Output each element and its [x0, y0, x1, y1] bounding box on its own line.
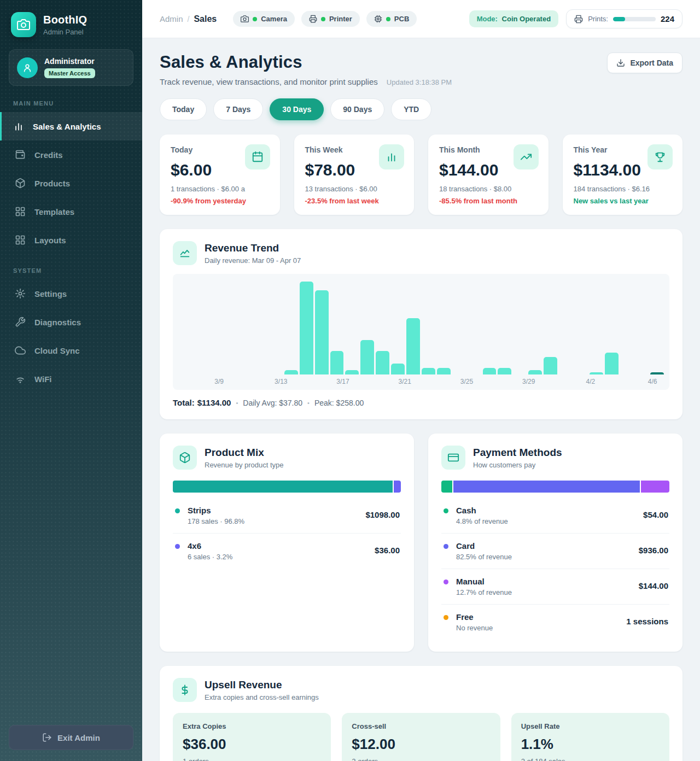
calendar-icon	[245, 144, 270, 169]
status-chip-camera: Camera	[233, 11, 295, 27]
legend-dot	[444, 579, 448, 584]
breadcrumb-separator: /	[188, 15, 190, 24]
x-tick-label: 3/17	[336, 378, 349, 385]
camera-logo-icon	[11, 12, 36, 37]
payment-methods-bar	[441, 481, 669, 493]
logout-icon	[42, 733, 52, 742]
wifi-icon	[15, 373, 26, 384]
app-logo: BoothIQ Admin Panel	[0, 0, 142, 47]
segment-4x6	[394, 481, 401, 493]
stat-card-today: Today $6.00 1 transactions · $6.00 a -90…	[160, 134, 280, 215]
revenue-bar	[498, 368, 511, 374]
product-row-strips: Strips 178 sales · 96.8% $1098.00	[173, 498, 401, 533]
wallet-icon	[15, 149, 26, 160]
upsell-tile-extra-copies: Extra Copies $36.00 1 orders	[173, 713, 331, 761]
breadcrumb-admin[interactable]: Admin	[160, 14, 183, 24]
main-menu-label: MAIN MENU	[0, 91, 142, 112]
status-chip-pcb: PCB	[366, 11, 417, 27]
stat-cards: Today $6.00 1 transactions · $6.00 a -90…	[160, 134, 682, 215]
grid-icon	[15, 235, 26, 245]
status-chip-printer: Printer	[301, 11, 360, 27]
breadcrumb-sales: Sales	[194, 14, 217, 24]
revenue-bar	[391, 364, 405, 374]
page-title: Sales & Analytics	[160, 52, 452, 72]
revenue-bar	[483, 368, 497, 374]
revenue-bar	[437, 368, 451, 374]
product-row-4x6: 4x6 6 sales · 3.2% $36.00	[173, 533, 401, 569]
sidebar-item-cloud-sync[interactable]: Cloud Sync	[0, 336, 142, 365]
x-tick-label: 3/29	[522, 378, 535, 385]
export-data-button[interactable]: Export Data	[607, 52, 682, 73]
admin-user-card: Administrator Master Access	[9, 49, 133, 86]
sidebar-item-wifi[interactable]: WiFi	[0, 365, 142, 393]
legend-dot	[175, 544, 180, 549]
sidebar-item-diagnostics[interactable]: Diagnostics	[0, 308, 142, 336]
sidebar-spacer	[0, 393, 142, 725]
payment-row-manual: Manual 12.7% of revenue $144.00	[441, 569, 669, 604]
grid-icon	[15, 206, 26, 217]
stat-card-this-year: This Year $1134.00 184 transactions · $6…	[563, 134, 683, 215]
app-tagline: Admin Panel	[43, 28, 87, 36]
gear-icon	[15, 288, 26, 299]
sidebar-item-settings[interactable]: Settings	[0, 279, 142, 308]
revenue-bar	[528, 370, 542, 374]
revenue-bar	[315, 290, 329, 374]
credit-card-icon	[441, 446, 465, 470]
sidebar-item-layouts[interactable]: Layouts	[0, 226, 142, 254]
system-label: SYSTEM	[0, 254, 142, 279]
x-tick-label: 3/13	[275, 378, 287, 385]
revenue-bar	[422, 368, 435, 374]
payment-row-card: Card 82.5% of revenue $936.00	[441, 533, 669, 569]
exit-admin-button[interactable]: Exit Admin	[9, 725, 133, 750]
x-tick-label: 3/25	[460, 378, 473, 385]
product-mix-card: Product Mix Revenue by product type Stri…	[160, 434, 414, 652]
bar-chart-icon	[379, 144, 404, 169]
stat-delta: -90.9% from yesterday	[171, 197, 269, 205]
sidebar: BoothIQ Admin Panel Administrator Master…	[0, 0, 142, 761]
cloud-icon	[15, 345, 26, 356]
stat-card-this-week: This Week $78.00 13 transactions · $6.00…	[294, 134, 415, 215]
x-tick-label: 4/2	[586, 378, 596, 385]
dollar-icon	[173, 678, 197, 702]
prints-value: 224	[661, 14, 674, 24]
prints-progress-fill	[613, 17, 625, 21]
sidebar-item-credits[interactable]: Credits	[0, 141, 142, 169]
revenue-bar	[360, 340, 374, 374]
time-range-filter: Today 7 Days 30 Days 90 Days YTD	[160, 98, 682, 120]
chip-icon	[374, 15, 382, 23]
stat-delta: -23.5% from last week	[305, 197, 404, 205]
line-chart-icon	[173, 241, 197, 265]
mode-label: Mode:	[477, 15, 498, 23]
revenue-bar	[300, 282, 313, 374]
revenue-bar	[345, 370, 359, 374]
download-icon	[616, 58, 625, 67]
filter-30-days[interactable]: 30 Days	[270, 98, 324, 120]
sidebar-item-sales-analytics[interactable]: Sales & Analytics	[0, 112, 142, 141]
daily-avg: Daily Avg: $37.80	[243, 399, 302, 407]
filter-90-days[interactable]: 90 Days	[330, 98, 384, 120]
revenue-chart: 3/93/133/173/213/253/294/24/6	[173, 274, 669, 390]
app-name: BoothIQ	[43, 14, 87, 26]
box-icon	[15, 178, 26, 189]
page-subtitle: Track revenue, view transactions, and mo…	[160, 77, 378, 86]
prints-progress-track	[613, 17, 656, 21]
filter-today[interactable]: Today	[160, 98, 207, 120]
box-icon	[173, 446, 197, 470]
x-tick-label: 4/6	[648, 378, 657, 385]
filter-7-days[interactable]: 7 Days	[213, 98, 263, 120]
legend-dot	[444, 615, 448, 620]
prints-label: Prints:	[588, 15, 608, 23]
payment-methods-card: Payment Methods How customers pay Cash 4…	[428, 434, 682, 652]
sidebar-item-products[interactable]: Products	[0, 169, 142, 197]
revenue-bar	[544, 357, 557, 374]
upsell-revenue-card: Upsell Revenue Extra copies and cross-se…	[160, 666, 682, 761]
sidebar-item-templates[interactable]: Templates	[0, 197, 142, 226]
avatar	[17, 57, 38, 78]
legend-dot	[444, 544, 448, 549]
status-dot	[321, 17, 325, 21]
trophy-icon	[648, 144, 673, 169]
admin-name: Administrator	[44, 57, 95, 66]
filter-ytd[interactable]: YTD	[391, 98, 431, 120]
revenue-bar	[605, 353, 619, 374]
camera-icon	[241, 15, 249, 23]
